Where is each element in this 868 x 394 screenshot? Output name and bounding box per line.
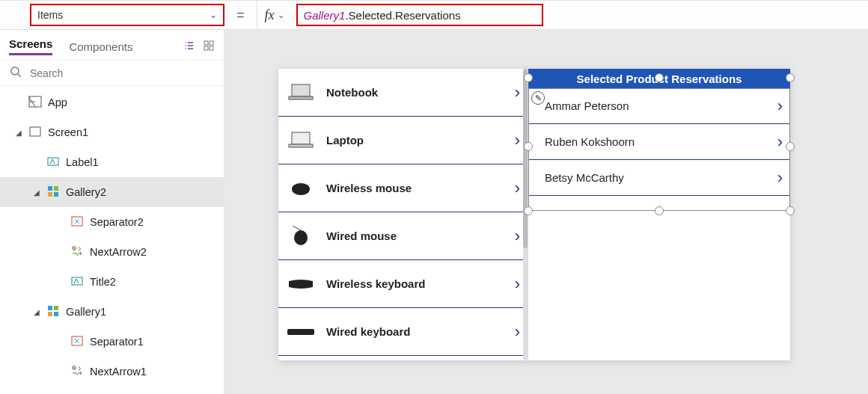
svg-rect-28 — [292, 132, 310, 144]
list-item[interactable]: Wired mouse › — [278, 212, 528, 260]
chevron-right-icon[interactable]: › — [515, 83, 520, 102]
screen-icon — [28, 125, 42, 141]
tree-label: Separator2 — [90, 216, 144, 228]
product-thumb-icon — [284, 224, 317, 248]
search-input[interactable] — [30, 67, 215, 79]
svg-rect-14 — [54, 192, 58, 197]
resize-handle[interactable] — [786, 206, 795, 215]
svg-rect-12 — [54, 186, 58, 191]
chevron-right-icon[interactable]: › — [515, 274, 520, 294]
product-name: Wired mouse — [326, 230, 506, 242]
tree-label: Title2 — [90, 276, 116, 288]
chevron-down-icon: ⌄ — [278, 10, 284, 20]
gallery-icon — [46, 304, 60, 320]
tree-label: NextArrow1 — [90, 366, 147, 378]
svg-rect-19 — [48, 306, 52, 310]
svg-line-25 — [73, 367, 75, 369]
svg-line-5 — [18, 74, 21, 77]
product-thumb-icon — [284, 176, 317, 200]
resize-handle[interactable] — [786, 73, 795, 82]
separator-icon — [70, 334, 84, 350]
tab-screens[interactable]: Screens — [9, 37, 52, 55]
svg-rect-32 — [287, 329, 314, 335]
gallery1[interactable]: Notebook › Laptop › Wireless mouse › Wir… — [278, 69, 528, 360]
tree-node-separator2[interactable]: Separator2 — [0, 207, 224, 237]
caret-down-icon[interactable]: ◢ — [33, 308, 40, 316]
resize-handle[interactable] — [655, 73, 664, 82]
chevron-right-icon[interactable]: › — [515, 179, 520, 198]
formula-input[interactable]: Gallery1.Selected.Reservations — [296, 4, 543, 26]
svg-rect-11 — [48, 186, 52, 191]
chevron-right-icon[interactable]: › — [777, 132, 783, 152]
svg-rect-20 — [54, 306, 58, 310]
tree-node-nextarrow2[interactable]: NextArrow2 — [0, 237, 224, 267]
chevron-right-icon[interactable]: › — [777, 168, 783, 188]
resize-handle[interactable] — [524, 206, 533, 215]
app-preview: Notebook › Laptop › Wireless mouse › Wir… — [278, 69, 790, 360]
product-name: Laptop — [326, 134, 506, 147]
tree-label: Separator1 — [90, 336, 144, 348]
chevron-right-icon[interactable]: › — [515, 131, 520, 150]
list-item[interactable]: Betsy McCarthy › — [528, 160, 790, 196]
caret-down-icon[interactable]: ◢ — [33, 188, 40, 197]
svg-rect-13 — [48, 192, 52, 197]
svg-point-30 — [292, 183, 310, 195]
list-item[interactable]: Wireless mouse › — [278, 164, 528, 212]
svg-rect-26 — [292, 84, 310, 96]
chevron-right-icon[interactable]: › — [515, 322, 520, 342]
formula-bar-remainder — [551, 0, 862, 30]
list-item[interactable]: Wireless keyboard › — [278, 260, 528, 308]
chevron-right-icon[interactable]: › — [515, 227, 520, 246]
canvas[interactable]: Notebook › Laptop › Wireless mouse › Wir… — [224, 30, 868, 394]
product-thumb-icon — [284, 320, 317, 344]
chevron-right-icon[interactable]: › — [777, 96, 783, 116]
tree-label: Screen1 — [48, 126, 88, 138]
resize-handle[interactable] — [524, 73, 533, 82]
svg-rect-29 — [289, 144, 313, 147]
caret-down-icon[interactable]: ◢ — [15, 129, 22, 137]
formula-token-object: Gallery1 — [304, 9, 346, 22]
svg-rect-27 — [289, 96, 313, 99]
equals-label: = — [232, 7, 249, 23]
formula-token-rest: .Selected.Reservations — [345, 9, 460, 22]
tree-node-title2[interactable]: Title2 — [0, 267, 224, 297]
tree-label: NextArrow2 — [90, 246, 147, 258]
grid-view-icon[interactable] — [203, 40, 215, 54]
list-item[interactable]: Ammar Peterson › — [528, 88, 790, 124]
tree-node-gallery2[interactable]: ◢ Gallery2 — [0, 177, 224, 207]
tree-node-gallery1[interactable]: ◢ Gallery1 — [0, 297, 224, 327]
tree-node-nextarrow1[interactable]: NextArrow1 — [0, 357, 224, 387]
tree-node-separator1[interactable]: Separator1 — [0, 327, 224, 357]
app-icon — [28, 95, 42, 111]
product-thumb-icon — [284, 272, 317, 296]
svg-rect-3 — [210, 46, 213, 50]
gallery2[interactable]: ✎ Ammar Peterson › Ruben Kokshoorn › Bet… — [528, 88, 790, 196]
tree-label: Label1 — [66, 156, 99, 168]
list-item[interactable]: Laptop › — [278, 117, 528, 164]
resize-handle[interactable] — [524, 142, 533, 151]
svg-rect-2 — [204, 46, 208, 50]
tree-label: Gallery1 — [66, 306, 106, 318]
tab-components[interactable]: Components — [69, 40, 132, 53]
tree-node-app[interactable]: App — [0, 87, 224, 117]
list-item[interactable]: Notebook › — [278, 69, 528, 117]
list-item[interactable]: Wired keyboard › — [278, 308, 528, 356]
resize-handle[interactable] — [655, 206, 664, 215]
tree-label: App — [48, 96, 67, 108]
property-dropdown[interactable]: Items ⌄ — [30, 4, 224, 26]
search-row — [0, 60, 224, 86]
tree-node-screen1[interactable]: ◢ Screen1 — [0, 117, 224, 147]
product-name: Notebook — [326, 86, 506, 99]
product-thumb-icon — [284, 129, 317, 153]
tree-node-label1[interactable]: Label1 — [0, 147, 224, 177]
svg-point-31 — [294, 230, 308, 245]
list-view-icon[interactable] — [183, 40, 195, 54]
fx-icon: fx — [265, 7, 275, 23]
list-item[interactable]: Ruben Kokshoorn › — [528, 124, 790, 160]
edit-pencil-icon[interactable]: ✎ — [531, 91, 545, 105]
gallery-icon — [46, 185, 60, 200]
nextarrow-icon — [70, 364, 84, 380]
tree-panel: Screens Components App — [0, 30, 224, 394]
fx-button[interactable]: fx ⌄ — [257, 0, 289, 30]
resize-handle[interactable] — [786, 142, 795, 151]
